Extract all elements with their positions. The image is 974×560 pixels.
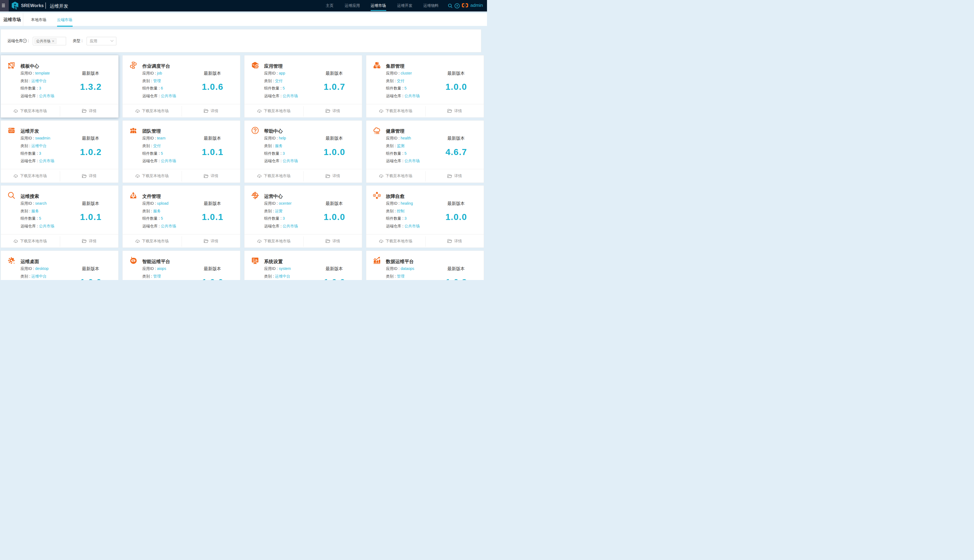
svg-text:?: ?	[456, 4, 458, 8]
svg-text:?: ?	[24, 39, 25, 42]
